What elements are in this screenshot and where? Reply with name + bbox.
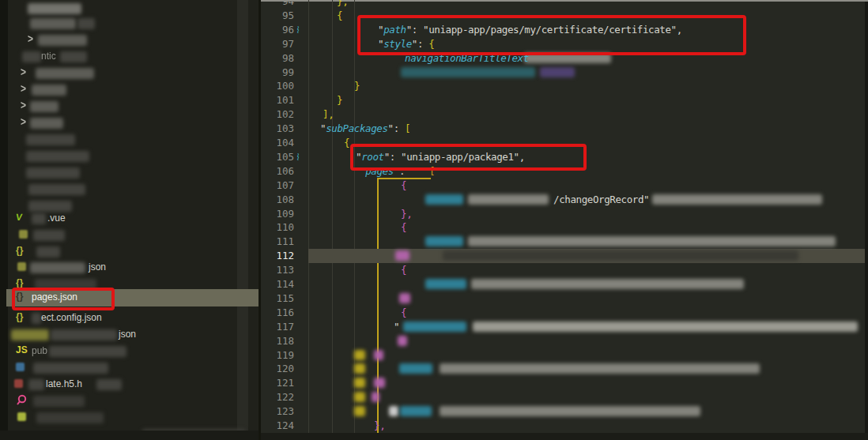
redacted-blur [374,378,385,388]
code-line[interactable]: { [259,220,868,235]
code-line[interactable] [259,277,868,291]
code-line[interactable]: } [259,79,868,93]
redacted-blur [28,379,44,390]
code-editor[interactable]: 94},95{96~~"path": "uniapp-app/pages/my/… [259,0,868,440]
file-label: ect.config.json [41,312,102,323]
folder-item[interactable]: > [0,81,259,98]
code-line[interactable]: }, [259,207,868,221]
file-item-json[interactable]: {} [0,243,259,260]
chevron-expand-icon[interactable]: > [28,32,33,46]
code-line[interactable]: ], [259,107,868,122]
folder-item[interactable]: > [0,98,259,115]
code-line[interactable] [259,404,868,419]
code-line[interactable]: " [259,320,868,334]
redacted-blur [473,322,858,332]
code-line[interactable] [259,348,868,363]
file-type-icon [14,379,23,388]
code-line[interactable] [259,362,868,376]
file-type-icon [17,412,26,421]
code-text: { [344,136,349,150]
redacted-blur [468,236,836,246]
redacted-blur [33,363,108,374]
redacted-blur [96,379,122,390]
redacted-blur [443,250,798,261]
file-label: late.h5.h [46,378,82,389]
code-text: }, [337,0,348,9]
redacted-blur [36,412,104,423]
code-line[interactable]: }, [259,0,868,9]
redacted-blur [399,293,410,303]
file-label: ntic [41,51,56,62]
redacted-blur [30,118,63,129]
redacted-blur [36,246,60,258]
code-line[interactable]: { [259,263,868,277]
file-item[interactable] [0,409,259,426]
file-item-json[interactable]: json [0,259,259,276]
redacted-blur [11,329,49,340]
file-item-html[interactable]: late.h5.h [0,376,259,393]
file-label: json [119,329,136,340]
file-item-json[interactable]: json [0,326,259,343]
code-text: /changeOrgRecord" [553,193,649,207]
file-item-js[interactable]: JSpub [0,343,259,359]
file-explorer: >ntic>>>>V.vue{}json{}{}pages.json{}ect.… [0,0,259,440]
file-label: .vue [47,212,66,224]
file-item[interactable] [0,181,259,197]
code-line[interactable] [259,390,868,404]
code-text: "subPackages": [ [320,122,410,136]
folder-item[interactable]: > [0,115,259,131]
redacted-blur [395,250,409,261]
folder-item[interactable]: > [0,32,259,48]
code-line[interactable] [259,249,868,263]
file-item-vue[interactable]: V.vue [0,210,259,227]
code-line[interactable] [259,235,868,249]
file-item-config-json[interactable]: {}ect.config.json [0,310,259,326]
redacted-blur [26,134,75,145]
redacted-blur [652,194,822,205]
code-text: { [337,9,342,23]
redacted-blur [32,213,46,224]
pin-icon [16,394,27,409]
code-line[interactable]: { [259,306,868,320]
file-item[interactable] [0,227,259,243]
code-line[interactable]: "subPackages": [ [259,122,868,136]
redacted-blur [372,392,379,402]
redacted-blur [33,396,85,407]
file-item[interactable] [0,131,259,148]
redacted-blur [354,392,365,402]
editor-right-edge [865,2,868,440]
code-line[interactable] [259,376,868,390]
code-line[interactable] [259,291,868,306]
code-line[interactable]: { [259,179,868,193]
folder-item[interactable]: > [0,65,259,81]
file-item[interactable] [0,164,259,181]
chevron-expand-icon[interactable]: > [21,115,26,129]
code-text: { [401,263,406,277]
redacted-blur [30,262,85,273]
redacted-blur [60,51,87,62]
braces-icon: {} [16,245,23,256]
file-item[interactable] [0,15,259,32]
file-item[interactable] [0,148,259,164]
redacted-blur [374,350,383,360]
annotation-box-root-highlight [350,144,587,171]
file-item[interactable] [0,393,259,409]
chevron-expand-icon[interactable]: > [21,65,26,79]
file-item[interactable]: ntic [0,48,259,65]
file-item[interactable] [0,359,259,376]
redacted-blur [26,151,89,162]
file-item[interactable] [0,0,259,17]
code-line[interactable] [259,334,868,348]
chevron-expand-icon[interactable]: > [21,98,26,112]
redacted-blur [471,279,744,289]
chevron-expand-icon[interactable]: > [21,81,26,96]
code-text: } [354,79,360,93]
code-line[interactable] [259,66,868,80]
code-text: { [401,220,406,235]
code-line[interactable]: } [259,93,868,107]
redacted-blur [468,194,549,205]
code-line[interactable]: }, [259,419,868,433]
redacted-blur [540,67,575,77]
redacted-blur [354,363,365,374]
code-line[interactable]: /changeOrgRecord" [259,193,868,207]
